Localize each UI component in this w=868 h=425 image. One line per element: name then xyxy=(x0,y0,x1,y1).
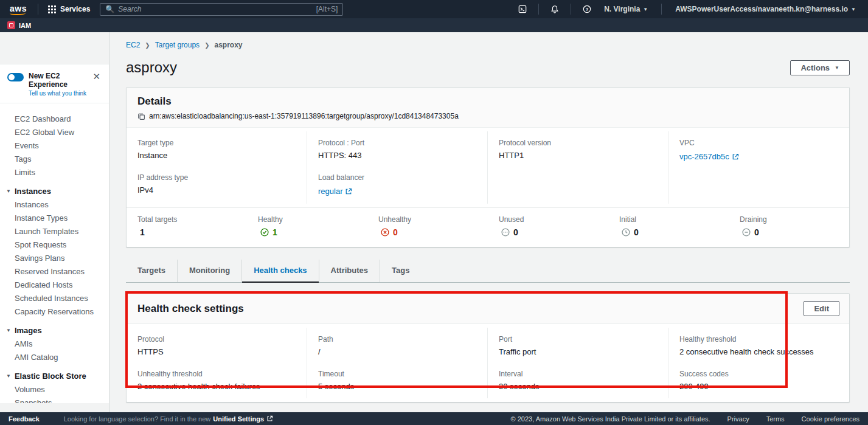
help-button[interactable]: ? xyxy=(578,2,595,16)
breadcrumb-target-groups[interactable]: Target groups xyxy=(155,41,200,49)
sidebar-item-ec2-global-view[interactable]: EC2 Global View xyxy=(0,125,109,139)
ec2-sidebar: New EC2 Experience Tell us what you thin… xyxy=(0,32,109,412)
sidebar-section-elastic-block-store[interactable]: ▼Elastic Block Store xyxy=(0,369,109,382)
tab-tags[interactable]: Tags xyxy=(380,260,421,282)
caret-down-icon: ▼ xyxy=(835,65,839,71)
caret-down-icon: ▼ xyxy=(643,7,648,12)
favorite-iam-link[interactable]: IAM xyxy=(7,21,31,29)
x-circle-icon xyxy=(381,228,389,237)
sidebar-item-instances[interactable]: Instances xyxy=(0,198,109,211)
ellipsis-circle-icon xyxy=(501,228,510,237)
breadcrumb-current: asproxy xyxy=(215,41,243,49)
tab-targets[interactable]: Targets xyxy=(126,260,178,282)
console-footer: Feedback Looking for language selection?… xyxy=(0,412,868,425)
region-label: N. Virginia xyxy=(604,5,640,13)
chevron-down-icon: ▼ xyxy=(6,188,11,194)
close-sidebar-icon[interactable]: ✕ xyxy=(91,72,102,81)
target-health-summary: Total targets 1 Healthy 1 Unhealthy xyxy=(127,207,849,247)
minus-circle-icon xyxy=(742,228,751,237)
svg-text:?: ? xyxy=(586,7,589,12)
clock-circle-icon xyxy=(622,228,630,237)
feedback-link[interactable]: Feedback xyxy=(9,415,40,423)
copy-arn-icon[interactable] xyxy=(137,112,145,120)
sidebar-item-instance-types[interactable]: Instance Types xyxy=(0,211,109,224)
breadcrumb-separator-icon: ❯ xyxy=(204,42,209,49)
tell-us-link[interactable]: Tell us what you think xyxy=(29,90,86,97)
global-search-box[interactable]: 🔍 [Alt+S] xyxy=(100,3,343,16)
field-protocol-port: Protocol : Port HTTPS: 443 xyxy=(318,139,476,160)
vpc-link[interactable]: vpc-2657db5c xyxy=(679,152,739,161)
services-menu-button[interactable]: Services xyxy=(43,0,95,18)
new-ec2-experience-toggle[interactable] xyxy=(7,73,24,81)
stat-initial: Initial 0 xyxy=(608,215,729,237)
search-icon: 🔍 xyxy=(105,5,114,13)
sidebar-item-amis[interactable]: AMIs xyxy=(0,337,109,350)
load-balancer-link[interactable]: regular xyxy=(318,187,352,196)
stat-total-targets: Total targets 1 xyxy=(127,215,247,237)
sidebar-item-spot-requests[interactable]: Spot Requests xyxy=(0,238,109,251)
sidebar-item-reserved-instances[interactable]: Reserved Instances xyxy=(0,264,109,278)
account-label: AWSPowerUserAccess/navaneeth.kn@harness.… xyxy=(675,5,848,13)
sidebar-item-savings-plans[interactable]: Savings Plans xyxy=(0,251,109,264)
bell-icon xyxy=(550,5,559,13)
divider xyxy=(661,4,662,15)
aws-console-screen: aws Services 🔍 [Alt+S] ? N. Virginia xyxy=(0,0,868,425)
aws-logo[interactable]: aws xyxy=(6,4,33,15)
breadcrumb-ec2[interactable]: EC2 xyxy=(126,41,140,49)
sidebar-item-tags[interactable]: Tags xyxy=(0,152,109,165)
sidebar-section-images[interactable]: ▼Images xyxy=(0,323,109,337)
stat-draining: Draining 0 xyxy=(729,215,849,237)
sidebar-item-volumes[interactable]: Volumes xyxy=(0,382,109,396)
search-input[interactable] xyxy=(118,5,312,13)
sidebar-item-events[interactable]: Events xyxy=(0,139,109,152)
question-circle-icon: ? xyxy=(583,5,591,13)
field-ip-address-type: IP address type IPv4 xyxy=(137,173,296,195)
sidebar-item-ec2-dashboard[interactable]: EC2 Dashboard xyxy=(0,112,109,125)
main-content: EC2 ❯ Target groups ❯ asproxy asproxy Ac… xyxy=(109,32,868,412)
edit-button[interactable]: Edit xyxy=(804,301,839,316)
sidebar-item-dedicated-hosts[interactable]: Dedicated Hosts xyxy=(0,278,109,291)
details-title: Details xyxy=(137,95,837,108)
cloudshell-terminal-icon xyxy=(518,5,527,13)
region-selector[interactable]: N. Virginia ▼ xyxy=(598,5,654,13)
health-check-settings-card: Health check settings Edit Protocol HTTP… xyxy=(126,293,850,403)
health-check-settings-title: Health check settings xyxy=(137,303,244,315)
sidebar-item-snapshots[interactable]: Snapshots xyxy=(0,396,109,403)
account-menu[interactable]: AWSPowerUserAccess/navaneeth.kn@harness.… xyxy=(669,5,862,13)
field-success-codes: Success codes 200-499 xyxy=(679,370,838,391)
sidebar-item-capacity-reservations[interactable]: Capacity Reservations xyxy=(0,305,109,318)
field-timeout: Timeout 5 seconds xyxy=(318,370,476,391)
target-group-tabs: Targets Monitoring Health checks Attribu… xyxy=(126,260,850,283)
unified-settings-link[interactable]: Unified Settings xyxy=(213,415,273,423)
services-label: Services xyxy=(60,5,90,13)
target-group-arn: arn:aws:elasticloadbalancing:us-east-1:3… xyxy=(149,112,459,120)
chevron-down-icon: ▼ xyxy=(6,328,11,333)
sidebar-item-ami-catalog[interactable]: AMI Catalog xyxy=(0,350,109,364)
field-protocol-version: Protocol version HTTP1 xyxy=(499,139,657,160)
sidebar-item-scheduled-instances[interactable]: Scheduled Instances xyxy=(0,291,109,305)
cloudshell-button[interactable] xyxy=(514,2,531,16)
divider xyxy=(38,4,38,15)
terms-link[interactable]: Terms xyxy=(766,415,785,423)
field-path: Path / xyxy=(318,335,476,356)
tab-attributes[interactable]: Attributes xyxy=(319,260,380,282)
sidebar-item-launch-templates[interactable]: Launch Templates xyxy=(0,224,109,238)
actions-button[interactable]: Actions ▼ xyxy=(790,60,850,75)
notifications-button[interactable] xyxy=(546,2,563,16)
field-healthy-threshold: Healthy threshold 2 consecutive health c… xyxy=(679,335,838,356)
sidebar-item-limits[interactable]: Limits xyxy=(0,165,109,179)
cookie-preferences-link[interactable]: Cookie preferences xyxy=(802,415,859,423)
caret-down-icon: ▼ xyxy=(851,7,856,12)
privacy-link[interactable]: Privacy xyxy=(727,415,749,423)
field-load-balancer: Load balancer regular xyxy=(318,173,476,196)
tab-health-checks[interactable]: Health checks xyxy=(242,260,319,282)
external-link-icon xyxy=(732,153,739,161)
tab-monitoring[interactable]: Monitoring xyxy=(178,260,242,282)
sidebar-section-instances[interactable]: ▼Instances xyxy=(0,184,109,198)
field-interval: Interval 30 seconds xyxy=(499,370,657,391)
external-link-icon xyxy=(266,415,273,422)
iam-service-icon xyxy=(7,21,15,29)
divider xyxy=(538,4,539,15)
copyright-text: © 2023, Amazon Web Services India Privat… xyxy=(511,415,710,423)
language-hint: Looking for language selection? Find it … xyxy=(64,415,211,423)
